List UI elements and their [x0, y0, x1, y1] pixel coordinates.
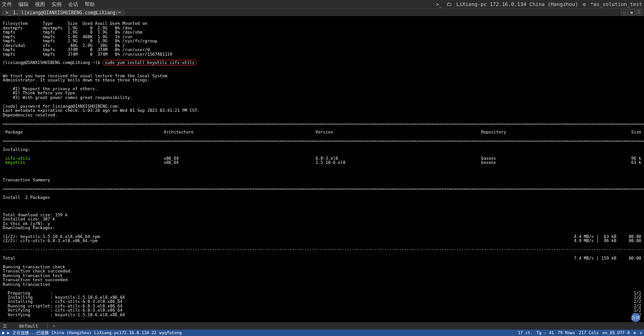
user-label: wyqfutong — [159, 330, 182, 335]
text-line: Downloading Packages: — [3, 226, 641, 230]
feedback-button[interactable]: 反馈 — [631, 313, 640, 322]
table-row: tmpfs tmpfs 374M 0 374M 0% /run/user/156… — [3, 52, 641, 57]
text-line: Dependencies resolved. — [3, 113, 641, 117]
project-label: *as_solution_test — [590, 1, 642, 7]
table-row: Verifying : keyutils-1.5.10-6.el8.x86_64… — [3, 313, 641, 317]
separator-line: ========================================… — [3, 122, 641, 126]
text-line: Transaction test succeeded. — [3, 278, 641, 282]
text-line — [3, 65, 641, 70]
menu-file[interactable]: 文件 — [2, 1, 12, 8]
rows-label: 79 Rows — [558, 330, 575, 335]
menu-edit[interactable]: 编辑 — [18, 1, 29, 8]
cols-label: 217 Cols — [579, 330, 598, 335]
app-menubar: 文件 编辑 视图 实例 会话 帮助 >_ 🗀 LiXiang-pc 172.16… — [0, 0, 644, 8]
download-progress: (1/2): keyutils-1.5.10-6.el8.x86_64.rpm4… — [3, 235, 641, 243]
text-line: Transaction check succeeded. — [3, 269, 641, 273]
terminal-icon: >_ — [6, 10, 11, 15]
text-line: Is this ok [y/N]: y — [3, 222, 641, 226]
shell-prompt: [lixiang@QIANXISHUIBENG.com@LiXiang ~]$ — [3, 60, 103, 65]
text-line: Running transaction test — [3, 274, 641, 278]
tx-summary-label: Transaction Summary — [3, 178, 641, 182]
text-line: Running transaction — [3, 283, 641, 287]
separator-line: ========================================… — [3, 187, 641, 191]
menu-view[interactable]: 视图 — [35, 1, 45, 8]
pkg-header: PackageArchitectureVersionRepositorySize — [3, 130, 641, 134]
status-dot-icon: ● — [2, 330, 4, 335]
separator-line: ----------------------------------------… — [3, 248, 641, 252]
text-line: Administrator. It usually boils down to … — [3, 78, 641, 82]
text-line — [3, 204, 641, 209]
table-row: (2/2): cifs-utils-6.8-3.el8.x86_64.rpm4.… — [3, 239, 641, 243]
tab-bar: >_ 1. lixiang@QIANXISHUIBENG.com@LiXiang… — [0, 8, 644, 17]
tg-label: Tg : 41 — [536, 330, 554, 335]
download-info: Total download size: 159 kInstalled size… — [3, 213, 641, 231]
session-tab[interactable]: >_ 1. lixiang@QIANXISHUIBENG.com@LiXiang… — [2, 10, 125, 16]
menu-help[interactable]: 帮助 — [85, 1, 95, 8]
transaction-lines: Running transaction checkTransaction che… — [3, 265, 641, 287]
text-line: Installed size: 307 k — [3, 217, 641, 221]
sudo-lecture: We trust you have received the usual lec… — [3, 74, 641, 117]
host-label: LiXiang-pc 172.16.0.134 China (Hangzhou) — [456, 1, 578, 7]
connection-status: 正在连接...已连接 — [12, 330, 49, 336]
gear-icon[interactable]: ⚙ — [583, 1, 586, 7]
install-count: Install 2 Packages — [3, 196, 641, 200]
pkg-rows: cifs-utilsx86_646.8-3.el8baseos96 k keyu… — [3, 156, 641, 165]
status-bar: ☰ default + — [0, 322, 644, 330]
cmd-highlight-yum: sudo yum install keyutils cifs-utils — [103, 60, 197, 65]
split-horizontal-icon[interactable]: ▢ — [621, 9, 627, 16]
df-table: devtmpfs devtmpfs 1.9G 0 1.9G 0% /devtmp… — [3, 26, 641, 57]
menu-instance[interactable]: 实例 — [52, 1, 62, 8]
text-line: Total download size: 159 k — [3, 213, 641, 217]
close-icon[interactable]: ✕ — [640, 330, 642, 335]
play-icon[interactable]: ▶ — [7, 330, 9, 335]
split-vertical-icon[interactable]: ▣ — [628, 9, 635, 16]
footer-bar: ● ▶ 正在连接...已连接 China (Hangzhou) LiXiang-… — [0, 330, 644, 336]
df-header: Filesystem Type Size Used Avail Use% Mou… — [3, 21, 147, 26]
text-line — [3, 169, 641, 174]
settings-icon[interactable]: ⚙ — [633, 330, 636, 335]
layout-icon[interactable]: ☰ — [636, 9, 642, 16]
terminal-output[interactable]: Filesystem Type Size Used Avail Use% Mou… — [0, 17, 644, 328]
text-line — [3, 83, 641, 87]
separator-line: ========================================… — [3, 139, 641, 143]
menu-session[interactable]: 会话 — [68, 1, 78, 8]
transaction-steps: Preparing :1/1 Installing : keyutils-1.5… — [3, 291, 641, 318]
table-row: keyutilsx86_641.5.10-6.el8baseos63 k — [3, 161, 641, 165]
terminal-icon[interactable]: >_ — [436, 1, 442, 7]
installing-label: Installing: — [3, 148, 641, 152]
status-tab-default[interactable]: default — [10, 324, 48, 329]
download-total: Total7.4 MB/s | 159 kB 00:00 — [3, 256, 641, 261]
table-row: (1/2): keyutils-1.5.10-6.el8.x86_64.rpm4… — [3, 235, 641, 239]
encoding-label: en_US.UTF-8 — [603, 330, 630, 335]
window-controls: ▢ ▣ ☰ — [621, 9, 642, 16]
text-line: #1) Respect the privacy of others. — [3, 87, 641, 91]
text-line: #3) With great power comes great respons… — [3, 96, 641, 100]
menu-icon[interactable]: ☰ — [0, 324, 10, 329]
text-line: Last metadata expiration check: 1:03:26 … — [3, 109, 641, 113]
text-line: Running transaction check — [3, 265, 641, 269]
session-tab-label: 1. lixiang@QIANXISHUIBENG.com@LiXiang:~ — [13, 10, 121, 15]
region-label: China (Hangzhou) — [52, 330, 92, 335]
ct-label: 17 ct. — [518, 330, 533, 335]
host-port-label: LiXiang-pc172.16.0.134-22 — [94, 330, 156, 335]
add-tab-button[interactable]: + — [48, 324, 60, 329]
folder-icon: 🗀 — [447, 1, 452, 7]
